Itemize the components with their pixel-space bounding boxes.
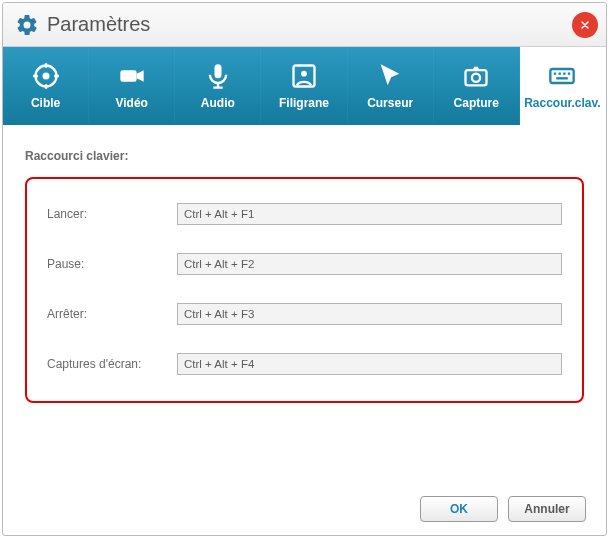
content-panel: Raccourci clavier: Lancer: Pause: Arrête… (3, 125, 606, 483)
window-title: Paramètres (47, 13, 572, 36)
svg-point-7 (472, 74, 480, 82)
watermark-icon (290, 62, 318, 90)
shortcut-label: Pause: (47, 257, 177, 271)
tab-label: Audio (201, 96, 235, 110)
tab-cible[interactable]: Cible (3, 47, 89, 125)
tab-curseur[interactable]: Curseur (348, 47, 434, 125)
section-title: Raccourci clavier: (25, 149, 584, 163)
tab-label: Filigrane (279, 96, 329, 110)
tab-label: Vidéo (115, 96, 147, 110)
tab-raccourci-clavier[interactable]: Raccour.clav. (520, 47, 606, 125)
svg-rect-3 (214, 64, 221, 78)
gear-icon (15, 13, 39, 37)
tab-audio[interactable]: Audio (175, 47, 261, 125)
shortcut-row-captures: Captures d'écran: (47, 353, 562, 375)
titlebar: Paramètres (3, 3, 606, 47)
svg-rect-8 (551, 69, 574, 83)
tab-bar: Cible Vidéo Audio Filigrane Curseur Capt… (3, 47, 606, 125)
ok-button[interactable]: OK (420, 496, 498, 522)
settings-window: Paramètres Cible Vidéo Audio Filigrane C… (2, 2, 607, 536)
tab-video[interactable]: Vidéo (89, 47, 175, 125)
shortcut-row-arreter: Arrêter: (47, 303, 562, 325)
svg-rect-2 (120, 70, 136, 82)
cancel-button[interactable]: Annuler (508, 496, 586, 522)
svg-rect-6 (466, 70, 487, 85)
shortcut-input-lancer[interactable] (177, 203, 562, 225)
shortcut-label: Arrêter: (47, 307, 177, 321)
shortcut-input-arreter[interactable] (177, 303, 562, 325)
tab-filigrane[interactable]: Filigrane (261, 47, 347, 125)
target-icon (32, 62, 60, 90)
svg-rect-10 (559, 73, 561, 75)
svg-rect-9 (554, 73, 556, 75)
shortcut-input-captures[interactable] (177, 353, 562, 375)
shortcut-row-pause: Pause: (47, 253, 562, 275)
svg-point-5 (301, 71, 307, 77)
camera-icon (462, 62, 490, 90)
tab-label: Capture (454, 96, 499, 110)
tab-capture[interactable]: Capture (434, 47, 520, 125)
tab-label: Curseur (367, 96, 413, 110)
shortcuts-highlight-box: Lancer: Pause: Arrêter: Captures d'écran… (25, 177, 584, 403)
keyboard-icon (548, 62, 576, 90)
svg-point-1 (42, 73, 49, 80)
tab-label: Raccour.clav. (524, 96, 601, 110)
svg-rect-11 (564, 73, 566, 75)
footer: OK Annuler (3, 483, 606, 535)
svg-rect-12 (568, 73, 570, 75)
close-button[interactable] (572, 12, 598, 38)
tab-label: Cible (31, 96, 60, 110)
shortcut-label: Captures d'écran: (47, 357, 177, 371)
shortcut-input-pause[interactable] (177, 253, 562, 275)
cursor-icon (376, 62, 404, 90)
close-icon (579, 19, 591, 31)
microphone-icon (204, 62, 232, 90)
video-icon (118, 62, 146, 90)
shortcut-row-lancer: Lancer: (47, 203, 562, 225)
svg-rect-13 (557, 77, 569, 79)
shortcut-label: Lancer: (47, 207, 177, 221)
